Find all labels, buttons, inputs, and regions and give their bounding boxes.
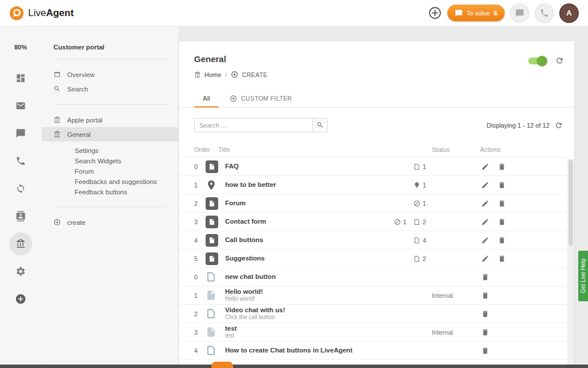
- table-row[interactable]: 4 Call buttons 4: [179, 231, 567, 250]
- delete-icon[interactable]: [498, 236, 506, 244]
- table-row[interactable]: 4 How to create Chat buttons in LiveAgen…: [179, 342, 567, 360]
- get-live-help-button[interactable]: Get Live Help: [578, 251, 588, 301]
- sidebar-subitem-forum[interactable]: Forum: [42, 166, 178, 177]
- search-input[interactable]: [194, 118, 312, 132]
- rail-item-calls[interactable]: [9, 150, 32, 172]
- portal-active-toggle[interactable]: [528, 57, 546, 64]
- row-actions: [480, 163, 567, 171]
- delete-icon[interactable]: [498, 218, 506, 226]
- rail-item-automation[interactable]: [9, 177, 32, 200]
- tab-all[interactable]: All: [194, 90, 219, 107]
- delete-icon[interactable]: [481, 347, 489, 355]
- refresh-button[interactable]: [555, 121, 563, 129]
- scrollbar-thumb[interactable]: [568, 160, 573, 246]
- table-row[interactable]: 3 Contact form 12: [179, 213, 567, 231]
- nav-rail: 80%: [0, 26, 41, 368]
- to-solve-button[interactable]: To solve 6: [447, 5, 505, 21]
- row-title: Contact form: [225, 218, 372, 226]
- sidebar-subitem-settings[interactable]: Settings: [42, 145, 178, 156]
- delete-icon[interactable]: [498, 255, 506, 263]
- rail-item-dashboard[interactable]: [9, 67, 32, 90]
- row-actions: [480, 218, 567, 226]
- table-body: 0 FAQ 1 1 how to be better 1: [179, 158, 574, 360]
- table-row[interactable]: 2 Forum 1: [179, 194, 567, 213]
- sidebar-item-general[interactable]: General: [42, 127, 178, 141]
- calls-button[interactable]: [535, 3, 554, 23]
- main-area: General Home /: [178, 26, 588, 368]
- bulb-icon: [413, 182, 420, 189]
- chat-widget-peek[interactable]: [211, 362, 233, 368]
- delete-icon[interactable]: [498, 181, 506, 189]
- row-title: Video chat with us!: [225, 306, 372, 315]
- row-subtitle: test: [225, 332, 372, 339]
- refresh-icon: [555, 56, 564, 65]
- table-row[interactable]: 3 test test Internal: [179, 323, 567, 342]
- breadcrumb-create[interactable]: CREATE: [231, 71, 267, 78]
- rail-item-add[interactable]: [9, 288, 32, 310]
- table-row[interactable]: 5 Suggestions 2: [179, 250, 567, 268]
- search-icon: [53, 85, 61, 93]
- refresh-button[interactable]: [555, 56, 564, 65]
- rail-item-chats[interactable]: [9, 122, 32, 145]
- sidebar-item-overview[interactable]: Overview: [42, 67, 178, 82]
- file-outline-icon: [206, 308, 216, 319]
- sidebar-title: Customer portal: [42, 44, 178, 59]
- tab-custom-filter[interactable]: CUSTOM FILTER: [221, 90, 301, 107]
- messages-button[interactable]: [510, 3, 529, 23]
- file-light-icon: [206, 290, 216, 301]
- column-title: Title: [218, 146, 432, 153]
- sidebar-subitem-feedback-buttons[interactable]: Feedback buttons: [42, 187, 178, 197]
- row-actions: [480, 255, 567, 263]
- page-title: General: [194, 54, 559, 64]
- edit-icon[interactable]: [481, 218, 489, 226]
- rail-item-customer-portal[interactable]: [9, 232, 32, 255]
- rail-item-settings[interactable]: [9, 260, 32, 283]
- row-icon: [206, 216, 225, 228]
- table-row[interactable]: 1 how to be better 1: [179, 176, 567, 194]
- delete-icon[interactable]: [481, 328, 489, 336]
- avatar[interactable]: A: [559, 3, 579, 23]
- row-actions: [480, 292, 567, 300]
- sidebar-item-create[interactable]: create: [42, 215, 178, 229]
- scrollbar[interactable]: [567, 159, 574, 368]
- edit-icon[interactable]: [481, 200, 489, 208]
- table-row[interactable]: 1 Hello world! Hello world! Internal: [179, 286, 567, 305]
- row-status: Internal: [432, 292, 480, 299]
- sidebar-subitem-feedbacks[interactable]: Feedbacks and suggestions: [42, 177, 178, 187]
- file-badge: 1: [413, 163, 426, 170]
- sidebar-subitem-search-widgets[interactable]: Search Widgets: [42, 156, 178, 166]
- top-bar: LiveAgent To solve 6 A: [0, 0, 588, 26]
- row-subtitle: Click the call button: [225, 314, 372, 321]
- column-order: Order: [194, 146, 218, 153]
- edit-icon[interactable]: [481, 181, 489, 189]
- search-button[interactable]: [312, 118, 328, 132]
- edit-icon[interactable]: [481, 236, 489, 244]
- table-row[interactable]: 0 new chat button: [179, 268, 567, 286]
- app-logo[interactable]: LiveAgent: [9, 6, 74, 21]
- sidebar-item-search[interactable]: Search: [42, 82, 178, 96]
- tab-bar: All CUSTOM FILTER: [179, 90, 574, 108]
- rail-item-tickets[interactable]: [9, 94, 32, 117]
- edit-icon[interactable]: [481, 163, 489, 171]
- delete-icon[interactable]: [498, 163, 506, 171]
- phone-icon: [16, 156, 26, 166]
- liveagent-logo-icon: [9, 6, 24, 21]
- delete-icon[interactable]: [481, 310, 489, 318]
- delete-icon[interactable]: [498, 200, 506, 208]
- gear-icon: [16, 266, 26, 277]
- table-row[interactable]: 0 FAQ 1: [179, 158, 567, 176]
- table-row[interactable]: 2 Video chat with us! Click the call but…: [179, 305, 567, 323]
- sidebar: Customer portal Overview Search: [41, 26, 178, 368]
- rail-item-contacts[interactable]: [9, 205, 32, 228]
- breadcrumb-home[interactable]: Home: [194, 71, 221, 78]
- delete-icon[interactable]: [481, 292, 489, 300]
- row-title: Call buttons: [225, 236, 372, 244]
- delete-icon[interactable]: [481, 273, 489, 281]
- edit-icon[interactable]: [481, 255, 489, 263]
- badge-count: 1: [423, 200, 426, 207]
- sidebar-item-apple-portal[interactable]: Apple portal: [42, 113, 178, 127]
- row-icon: [206, 345, 225, 356]
- search-box: [194, 118, 328, 132]
- bottom-scrollbar[interactable]: [0, 365, 588, 368]
- add-button[interactable]: [428, 6, 442, 20]
